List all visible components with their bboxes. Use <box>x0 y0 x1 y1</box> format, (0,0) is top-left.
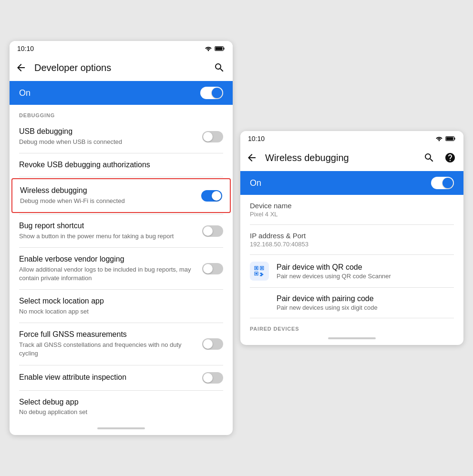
left-status-icons <box>204 45 225 52</box>
left-master-toggle[interactable] <box>200 87 223 99</box>
svg-rect-4 <box>454 138 455 140</box>
pair-code-item[interactable]: Pair device with pairing code Pair new d… <box>240 288 463 318</box>
setting-wireless-debugging-container: Wireless debugging Debug mode when Wi-Fi… <box>11 178 231 213</box>
setting-usb-title: USB debugging <box>19 127 196 137</box>
search-icon <box>214 62 225 73</box>
setting-bug-title: Bug report shortcut <box>19 221 196 231</box>
right-screen-content: Device name Pixel 4 XL IP address & Port… <box>240 195 463 334</box>
bug-report-toggle[interactable] <box>202 225 223 237</box>
right-back-button[interactable] <box>242 148 261 167</box>
gnss-toggle-knob <box>203 339 213 349</box>
setting-mock-subtitle: No mock location app set <box>19 307 217 316</box>
right-status-icons <box>435 135 456 142</box>
verbose-toggle[interactable] <box>202 263 223 274</box>
qr-icon-box <box>250 262 269 281</box>
ip-address-row: IP address & Port 192.168.50.70:40853 <box>240 225 463 254</box>
setting-view-attr-title: Enable view attribute inspection <box>19 373 196 383</box>
setting-debug-app-subtitle: No debug application set <box>19 408 217 416</box>
setting-wireless-subtitle: Debug mode when Wi-Fi is connected <box>20 197 195 205</box>
pair-qr-subtitle: Pair new devices using QR code Scanner <box>277 273 391 280</box>
help-icon <box>444 152 456 163</box>
svg-rect-2 <box>216 47 223 51</box>
wireless-toggle-knob <box>212 191 221 201</box>
left-search-button[interactable] <box>210 58 229 77</box>
setting-mock-text: Select mock location app No mock locatio… <box>19 296 217 316</box>
setting-usb-subtitle: Debug mode when USB is connected <box>19 138 196 146</box>
right-on-bar: On <box>240 171 463 195</box>
left-app-bar: Developer options <box>10 54 233 81</box>
pair-qr-title: Pair device with QR code <box>277 263 391 272</box>
pair-code-subtitle: Pair new devices using six digit code <box>277 304 378 311</box>
setting-bug-subtitle: Show a button in the power menu for taki… <box>19 232 196 241</box>
pair-code-text: Pair device with pairing code Pair new d… <box>277 294 378 311</box>
pair-qr-item[interactable]: Pair device with QR code Pair new device… <box>240 255 463 287</box>
setting-wireless-text: Wireless debugging Debug mode when Wi-Fi… <box>20 186 195 205</box>
device-name-label: Device name <box>250 202 454 210</box>
setting-debug-app[interactable]: Select debug app No debug application se… <box>10 391 233 424</box>
device-name-value: Pixel 4 XL <box>250 211 454 218</box>
setting-verbose-subtitle: Allow additional vendor logs to be inclu… <box>19 265 196 283</box>
ip-address-value: 192.168.50.70:40853 <box>250 241 454 248</box>
right-wifi-icon <box>435 135 443 142</box>
left-home-indicator <box>97 427 145 429</box>
left-on-bar: On <box>10 81 233 105</box>
right-master-toggle[interactable] <box>431 177 454 189</box>
left-time: 10:10 <box>17 45 34 52</box>
usb-debugging-toggle[interactable] <box>202 131 223 142</box>
left-on-label: On <box>19 88 31 98</box>
setting-revoke-usb[interactable]: Revoke USB debugging authorizations <box>10 153 233 177</box>
view-attr-toggle[interactable] <box>202 372 223 384</box>
wireless-debugging-toggle[interactable] <box>201 190 222 202</box>
right-bottom-bar <box>240 334 463 345</box>
right-on-label: On <box>250 178 261 188</box>
setting-gnss-title: Force full GNSS measurements <box>19 330 196 340</box>
setting-verbose-title: Enable verbose vendor logging <box>19 254 196 264</box>
battery-icon <box>215 45 225 52</box>
view-attr-knob <box>203 373 213 383</box>
setting-verbose-logging[interactable]: Enable verbose vendor logging Allow addi… <box>10 248 233 289</box>
left-section-debugging: DEBUGGING <box>10 105 233 120</box>
setting-gnss-text: Force full GNSS measurements Track all G… <box>19 330 196 358</box>
bug-toggle-knob <box>203 226 213 236</box>
left-settings-content: DEBUGGING USB debugging Debug mode when … <box>10 105 233 423</box>
right-back-arrow-icon <box>246 152 257 163</box>
right-time: 10:10 <box>248 135 265 142</box>
left-status-bar: 10:10 <box>10 41 233 54</box>
pair-qr-text: Pair device with QR code Pair new device… <box>277 263 391 280</box>
verbose-toggle-knob <box>203 264 213 273</box>
right-search-button[interactable] <box>420 148 439 167</box>
right-phone-screen: 10:10 Wireless debugging <box>240 131 463 345</box>
device-name-row: Device name Pixel 4 XL <box>240 195 463 224</box>
svg-rect-5 <box>446 137 453 141</box>
left-phone-screen: 10:10 Developer options <box>10 41 233 435</box>
setting-gnss-subtitle: Track all GNSS constellations and freque… <box>19 341 196 358</box>
setting-mock-location[interactable]: Select mock location app No mock locatio… <box>10 290 233 323</box>
right-home-indicator <box>328 337 376 339</box>
setting-wireless-title: Wireless debugging <box>20 186 195 196</box>
setting-bug-report[interactable]: Bug report shortcut Show a button in the… <box>10 214 233 247</box>
left-app-bar-actions <box>210 58 229 77</box>
svg-rect-1 <box>223 48 224 50</box>
setting-verbose-text: Enable verbose vendor logging Allow addi… <box>19 254 196 283</box>
qr-code-icon <box>253 264 266 278</box>
setting-revoke-text: Revoke USB debugging authorizations <box>19 160 217 170</box>
setting-usb-debugging[interactable]: USB debugging Debug mode when USB is con… <box>10 120 233 153</box>
right-search-icon <box>423 152 435 163</box>
left-back-button[interactable] <box>11 58 31 77</box>
setting-debug-app-text: Select debug app No debug application se… <box>19 397 217 417</box>
right-help-button[interactable] <box>441 148 460 167</box>
wifi-icon <box>204 45 213 52</box>
setting-gnss[interactable]: Force full GNSS measurements Track all G… <box>10 323 233 365</box>
right-master-toggle-knob <box>442 178 453 188</box>
left-master-toggle-knob <box>212 88 222 98</box>
setting-wireless-debugging[interactable]: Wireless debugging Debug mode when Wi-Fi… <box>12 179 230 212</box>
left-bottom-bar <box>10 424 233 435</box>
gnss-toggle[interactable] <box>202 338 223 350</box>
setting-mock-title: Select mock location app <box>19 296 217 306</box>
ip-address-label: IP address & Port <box>250 232 454 240</box>
setting-view-attribute[interactable]: Enable view attribute inspection <box>10 365 233 390</box>
back-arrow-icon <box>15 62 27 73</box>
right-app-bar-actions <box>420 148 460 167</box>
setting-view-attr-text: Enable view attribute inspection <box>19 373 196 383</box>
right-page-title: Wireless debugging <box>265 152 420 163</box>
